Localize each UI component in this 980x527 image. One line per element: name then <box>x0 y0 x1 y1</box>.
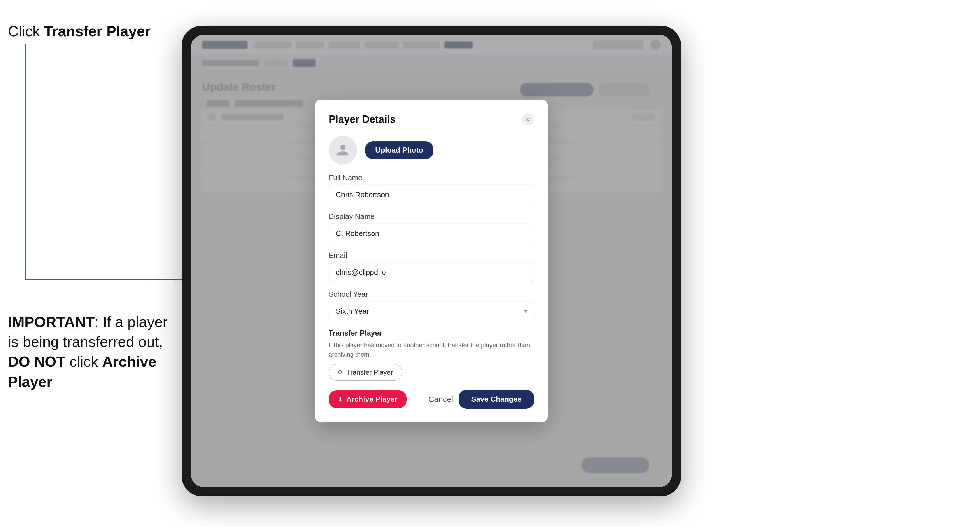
modal-overlay: Player Details × Upload Photo <box>191 35 672 487</box>
instruction-bold: Transfer Player <box>44 23 151 40</box>
transfer-player-label: Transfer Player <box>347 368 393 376</box>
save-changes-button[interactable]: Save Changes <box>459 390 534 409</box>
instruction-bottom: IMPORTANT: If a player is being transfer… <box>8 312 173 392</box>
full-name-group: Full Name <box>329 173 534 204</box>
display-name-label: Display Name <box>329 212 534 221</box>
upload-photo-button[interactable]: Upload Photo <box>365 141 433 159</box>
refresh-icon: ⟳ <box>338 369 343 376</box>
archive-icon: ⬇ <box>338 396 343 403</box>
instruction-top: Click Transfer Player <box>8 23 151 40</box>
full-name-input[interactable] <box>329 185 534 204</box>
email-label: Email <box>329 251 534 260</box>
instruction-prefix: Click <box>8 23 44 40</box>
email-group: Email <box>329 251 534 282</box>
school-year-label: School Year <box>329 290 534 298</box>
school-year-wrapper: Sixth Year First Year Second Year Third … <box>329 302 534 321</box>
transfer-section-description: If this player has moved to another scho… <box>329 340 534 359</box>
transfer-player-button[interactable]: ⟳ Transfer Player <box>329 364 402 381</box>
archive-player-label: Archive Player <box>346 395 398 404</box>
photo-upload-row: Upload Photo <box>329 136 534 164</box>
modal-title: Player Details <box>329 113 396 125</box>
archive-player-button[interactable]: ⬇ Archive Player <box>329 390 407 408</box>
modal-header: Player Details × <box>329 113 534 125</box>
avatar-placeholder <box>329 136 357 164</box>
person-icon <box>336 143 350 157</box>
cancel-button[interactable]: Cancel <box>428 395 453 404</box>
tablet-device: Update Roster <box>181 25 681 496</box>
red-line-vertical <box>25 44 26 279</box>
school-year-select[interactable]: Sixth Year First Year Second Year Third … <box>329 302 534 321</box>
tablet-screen: Update Roster <box>191 35 672 487</box>
modal-close-button[interactable]: × <box>522 113 534 125</box>
school-year-group: School Year Sixth Year First Year Second… <box>329 290 534 321</box>
transfer-section-label: Transfer Player <box>329 329 534 338</box>
display-name-input[interactable] <box>329 224 534 243</box>
transfer-player-section: Transfer Player If this player has moved… <box>329 329 534 381</box>
full-name-label: Full Name <box>329 173 534 182</box>
player-details-modal: Player Details × Upload Photo <box>315 100 548 422</box>
app-background: Update Roster <box>191 35 672 487</box>
instruction-important: IMPORTANT <box>8 314 94 330</box>
display-name-group: Display Name <box>329 212 534 243</box>
modal-footer: ⬇ Archive Player Cancel Save Changes <box>329 390 534 409</box>
email-input[interactable] <box>329 263 534 282</box>
